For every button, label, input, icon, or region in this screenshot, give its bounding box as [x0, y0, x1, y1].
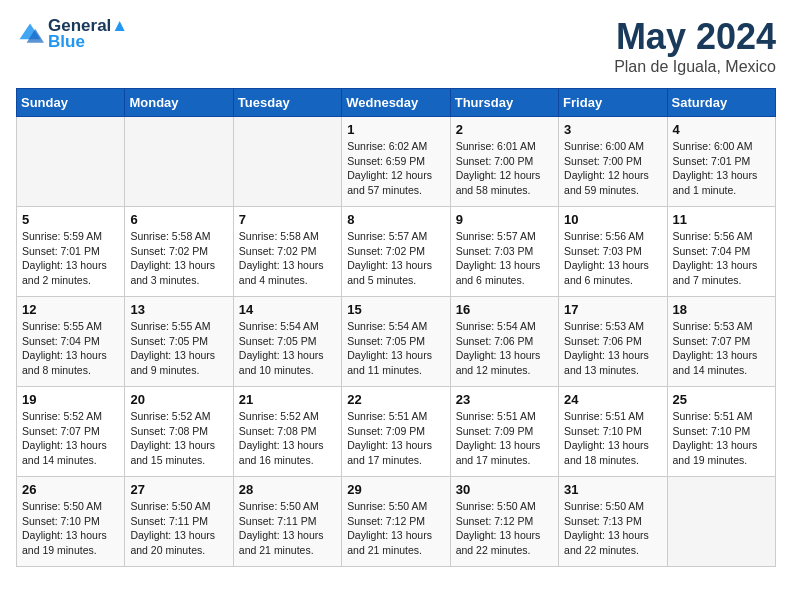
- day-info: Sunrise: 5:50 AMSunset: 7:12 PMDaylight:…: [456, 499, 553, 558]
- day-info: Sunrise: 6:02 AMSunset: 6:59 PMDaylight:…: [347, 139, 444, 198]
- day-number: 7: [239, 212, 336, 227]
- calendar-cell: 27Sunrise: 5:50 AMSunset: 7:11 PMDayligh…: [125, 477, 233, 567]
- logo-text: General▲ Blue: [48, 16, 128, 52]
- day-number: 28: [239, 482, 336, 497]
- day-info: Sunrise: 5:51 AMSunset: 7:09 PMDaylight:…: [456, 409, 553, 468]
- calendar-cell: 25Sunrise: 5:51 AMSunset: 7:10 PMDayligh…: [667, 387, 775, 477]
- month-title: May 2024: [614, 16, 776, 58]
- page-header: General▲ Blue May 2024 Plan de Iguala, M…: [16, 16, 776, 76]
- day-number: 29: [347, 482, 444, 497]
- day-info: Sunrise: 6:01 AMSunset: 7:00 PMDaylight:…: [456, 139, 553, 198]
- day-info: Sunrise: 5:55 AMSunset: 7:04 PMDaylight:…: [22, 319, 119, 378]
- calendar-cell: 28Sunrise: 5:50 AMSunset: 7:11 PMDayligh…: [233, 477, 341, 567]
- calendar-cell: 23Sunrise: 5:51 AMSunset: 7:09 PMDayligh…: [450, 387, 558, 477]
- day-number: 16: [456, 302, 553, 317]
- day-number: 1: [347, 122, 444, 137]
- calendar-cell: 31Sunrise: 5:50 AMSunset: 7:13 PMDayligh…: [559, 477, 667, 567]
- calendar-week-row: 1Sunrise: 6:02 AMSunset: 6:59 PMDaylight…: [17, 117, 776, 207]
- day-number: 8: [347, 212, 444, 227]
- day-number: 17: [564, 302, 661, 317]
- calendar-cell: 10Sunrise: 5:56 AMSunset: 7:03 PMDayligh…: [559, 207, 667, 297]
- day-info: Sunrise: 5:50 AMSunset: 7:12 PMDaylight:…: [347, 499, 444, 558]
- day-number: 22: [347, 392, 444, 407]
- day-info: Sunrise: 6:00 AMSunset: 7:00 PMDaylight:…: [564, 139, 661, 198]
- day-number: 9: [456, 212, 553, 227]
- calendar-cell: 7Sunrise: 5:58 AMSunset: 7:02 PMDaylight…: [233, 207, 341, 297]
- day-number: 23: [456, 392, 553, 407]
- day-number: 20: [130, 392, 227, 407]
- weekday-header: Saturday: [667, 89, 775, 117]
- day-number: 27: [130, 482, 227, 497]
- calendar-cell: [125, 117, 233, 207]
- day-number: 11: [673, 212, 770, 227]
- calendar-week-row: 19Sunrise: 5:52 AMSunset: 7:07 PMDayligh…: [17, 387, 776, 477]
- day-info: Sunrise: 5:50 AMSunset: 7:10 PMDaylight:…: [22, 499, 119, 558]
- day-info: Sunrise: 5:51 AMSunset: 7:10 PMDaylight:…: [673, 409, 770, 468]
- calendar-cell: 11Sunrise: 5:56 AMSunset: 7:04 PMDayligh…: [667, 207, 775, 297]
- day-info: Sunrise: 6:00 AMSunset: 7:01 PMDaylight:…: [673, 139, 770, 198]
- calendar-cell: 1Sunrise: 6:02 AMSunset: 6:59 PMDaylight…: [342, 117, 450, 207]
- day-number: 18: [673, 302, 770, 317]
- calendar-cell: [17, 117, 125, 207]
- calendar-cell: 30Sunrise: 5:50 AMSunset: 7:12 PMDayligh…: [450, 477, 558, 567]
- day-number: 25: [673, 392, 770, 407]
- day-number: 26: [22, 482, 119, 497]
- day-info: Sunrise: 5:54 AMSunset: 7:05 PMDaylight:…: [239, 319, 336, 378]
- calendar-week-row: 12Sunrise: 5:55 AMSunset: 7:04 PMDayligh…: [17, 297, 776, 387]
- calendar-cell: 16Sunrise: 5:54 AMSunset: 7:06 PMDayligh…: [450, 297, 558, 387]
- weekday-header: Thursday: [450, 89, 558, 117]
- day-number: 12: [22, 302, 119, 317]
- day-number: 21: [239, 392, 336, 407]
- day-info: Sunrise: 5:51 AMSunset: 7:10 PMDaylight:…: [564, 409, 661, 468]
- day-number: 14: [239, 302, 336, 317]
- calendar-cell: 2Sunrise: 6:01 AMSunset: 7:00 PMDaylight…: [450, 117, 558, 207]
- calendar-cell: 21Sunrise: 5:52 AMSunset: 7:08 PMDayligh…: [233, 387, 341, 477]
- calendar-cell: 20Sunrise: 5:52 AMSunset: 7:08 PMDayligh…: [125, 387, 233, 477]
- day-info: Sunrise: 5:53 AMSunset: 7:07 PMDaylight:…: [673, 319, 770, 378]
- day-number: 4: [673, 122, 770, 137]
- calendar-cell: 13Sunrise: 5:55 AMSunset: 7:05 PMDayligh…: [125, 297, 233, 387]
- calendar-cell: 18Sunrise: 5:53 AMSunset: 7:07 PMDayligh…: [667, 297, 775, 387]
- day-number: 19: [22, 392, 119, 407]
- day-info: Sunrise: 5:51 AMSunset: 7:09 PMDaylight:…: [347, 409, 444, 468]
- weekday-header: Wednesday: [342, 89, 450, 117]
- calendar-cell: 15Sunrise: 5:54 AMSunset: 7:05 PMDayligh…: [342, 297, 450, 387]
- calendar-cell: 3Sunrise: 6:00 AMSunset: 7:00 PMDaylight…: [559, 117, 667, 207]
- day-info: Sunrise: 5:54 AMSunset: 7:06 PMDaylight:…: [456, 319, 553, 378]
- day-number: 31: [564, 482, 661, 497]
- day-number: 6: [130, 212, 227, 227]
- weekday-header: Monday: [125, 89, 233, 117]
- day-info: Sunrise: 5:56 AMSunset: 7:03 PMDaylight:…: [564, 229, 661, 288]
- calendar-week-row: 26Sunrise: 5:50 AMSunset: 7:10 PMDayligh…: [17, 477, 776, 567]
- calendar-cell: 14Sunrise: 5:54 AMSunset: 7:05 PMDayligh…: [233, 297, 341, 387]
- day-info: Sunrise: 5:52 AMSunset: 7:07 PMDaylight:…: [22, 409, 119, 468]
- calendar-cell: 19Sunrise: 5:52 AMSunset: 7:07 PMDayligh…: [17, 387, 125, 477]
- day-info: Sunrise: 5:58 AMSunset: 7:02 PMDaylight:…: [239, 229, 336, 288]
- day-info: Sunrise: 5:52 AMSunset: 7:08 PMDaylight:…: [130, 409, 227, 468]
- calendar-cell: 4Sunrise: 6:00 AMSunset: 7:01 PMDaylight…: [667, 117, 775, 207]
- day-info: Sunrise: 5:53 AMSunset: 7:06 PMDaylight:…: [564, 319, 661, 378]
- calendar-cell: 9Sunrise: 5:57 AMSunset: 7:03 PMDaylight…: [450, 207, 558, 297]
- day-info: Sunrise: 5:52 AMSunset: 7:08 PMDaylight:…: [239, 409, 336, 468]
- day-info: Sunrise: 5:55 AMSunset: 7:05 PMDaylight:…: [130, 319, 227, 378]
- day-info: Sunrise: 5:57 AMSunset: 7:03 PMDaylight:…: [456, 229, 553, 288]
- day-number: 2: [456, 122, 553, 137]
- calendar-cell: [233, 117, 341, 207]
- day-info: Sunrise: 5:50 AMSunset: 7:11 PMDaylight:…: [130, 499, 227, 558]
- location: Plan de Iguala, Mexico: [614, 58, 776, 76]
- day-info: Sunrise: 5:56 AMSunset: 7:04 PMDaylight:…: [673, 229, 770, 288]
- calendar-cell: 24Sunrise: 5:51 AMSunset: 7:10 PMDayligh…: [559, 387, 667, 477]
- calendar-cell: [667, 477, 775, 567]
- calendar-table: SundayMondayTuesdayWednesdayThursdayFrid…: [16, 88, 776, 567]
- day-number: 24: [564, 392, 661, 407]
- weekday-header: Sunday: [17, 89, 125, 117]
- calendar-cell: 17Sunrise: 5:53 AMSunset: 7:06 PMDayligh…: [559, 297, 667, 387]
- weekday-header: Friday: [559, 89, 667, 117]
- calendar-week-row: 5Sunrise: 5:59 AMSunset: 7:01 PMDaylight…: [17, 207, 776, 297]
- weekday-header-row: SundayMondayTuesdayWednesdayThursdayFrid…: [17, 89, 776, 117]
- day-info: Sunrise: 5:57 AMSunset: 7:02 PMDaylight:…: [347, 229, 444, 288]
- day-info: Sunrise: 5:58 AMSunset: 7:02 PMDaylight:…: [130, 229, 227, 288]
- day-number: 3: [564, 122, 661, 137]
- day-number: 10: [564, 212, 661, 227]
- calendar-cell: 26Sunrise: 5:50 AMSunset: 7:10 PMDayligh…: [17, 477, 125, 567]
